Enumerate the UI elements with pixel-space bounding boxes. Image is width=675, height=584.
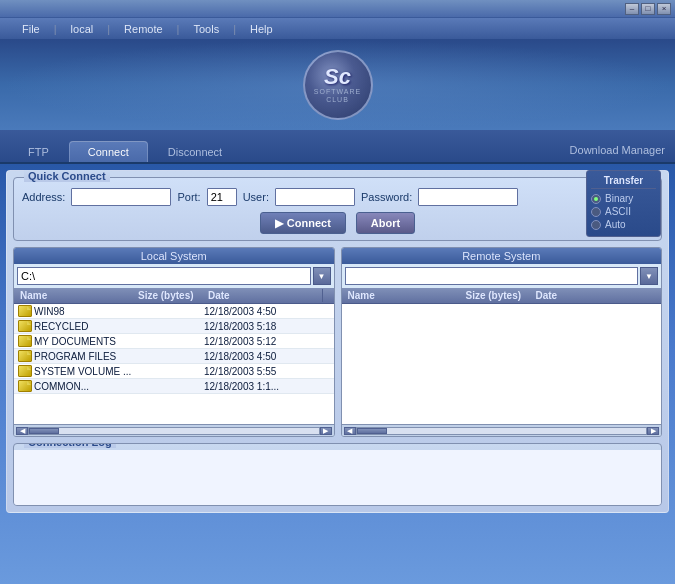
- minimize-button[interactable]: –: [625, 3, 639, 15]
- remote-col-size: Size (bytes): [462, 289, 532, 302]
- remote-scroll-track[interactable]: [356, 427, 648, 435]
- user-label: User:: [243, 191, 269, 203]
- abort-button[interactable]: Abort: [356, 212, 415, 234]
- connect-button[interactable]: ▶ Connect: [260, 212, 346, 234]
- local-scroll-thumb[interactable]: [29, 428, 59, 434]
- address-label: Address:: [22, 191, 65, 203]
- connect-btn-row: ▶ Connect Abort: [22, 212, 653, 234]
- menubar: File | local | Remote | Tools | Help: [0, 18, 675, 40]
- menu-tools[interactable]: Tools: [181, 21, 231, 37]
- folder-icon: [18, 350, 32, 362]
- local-scroll-right[interactable]: ▶: [320, 427, 332, 435]
- menu-sep-1: |: [54, 23, 57, 35]
- file-date: 12/18/2003 5:18: [204, 321, 334, 332]
- file-date: 12/18/2003 1:1...: [204, 381, 334, 392]
- connection-log-section: Connection Log: [13, 443, 662, 506]
- tab-connect[interactable]: Connect: [69, 141, 148, 162]
- transfer-ascii-label: ASCII: [605, 206, 631, 217]
- password-input[interactable]: [418, 188, 518, 206]
- remote-path-bar: ▼: [345, 267, 659, 285]
- transfer-ascii-option[interactable]: ASCII: [591, 206, 656, 217]
- remote-col-name: Name: [342, 289, 462, 302]
- menu-sep-4: |: [233, 23, 236, 35]
- file-name: COMMON...: [34, 381, 134, 392]
- user-input[interactable]: [275, 188, 355, 206]
- transfer-binary-option[interactable]: Binary: [591, 193, 656, 204]
- remote-file-panel: Remote System ▼ Name Size (bytes) Date ◀…: [341, 247, 663, 437]
- tab-disconnect[interactable]: Disconnect: [150, 142, 240, 162]
- table-row[interactable]: MY DOCUMENTS 12/18/2003 5:12: [14, 334, 334, 349]
- local-col-date: Date: [204, 289, 322, 302]
- local-scroll-left[interactable]: ◀: [16, 427, 28, 435]
- local-file-list[interactable]: WIN98 12/18/2003 4:50 RECYCLED 12/18/200…: [14, 304, 334, 424]
- file-date: 12/18/2003 4:50: [204, 351, 334, 362]
- port-label: Port:: [177, 191, 200, 203]
- remote-scroll-right[interactable]: ▶: [647, 427, 659, 435]
- folder-icon: [18, 305, 32, 317]
- logo-sc-text: Sc: [324, 66, 351, 88]
- file-date: 12/18/2003 4:50: [204, 306, 334, 317]
- local-path-dropdown[interactable]: ▼: [313, 267, 331, 285]
- table-row[interactable]: SYSTEM VOLUME ... 12/18/2003 5:55: [14, 364, 334, 379]
- connect-icon: ▶: [275, 217, 283, 230]
- table-row[interactable]: RECYCLED 12/18/2003 5:18: [14, 319, 334, 334]
- folder-icon: [18, 365, 32, 377]
- main-content: Quick Connect Address: Port: User: Passw…: [6, 170, 669, 513]
- table-row[interactable]: PROGRAM FILES 12/18/2003 4:50: [14, 349, 334, 364]
- file-name: PROGRAM FILES: [34, 351, 134, 362]
- menu-help[interactable]: Help: [238, 21, 285, 37]
- transfer-auto-option[interactable]: Auto: [591, 219, 656, 230]
- menu-sep-3: |: [177, 23, 180, 35]
- file-date: 12/18/2003 5:12: [204, 336, 334, 347]
- file-name: RECYCLED: [34, 321, 134, 332]
- port-input[interactable]: [207, 188, 237, 206]
- menu-file[interactable]: File: [10, 21, 52, 37]
- remote-col-date: Date: [532, 289, 662, 302]
- maximize-button[interactable]: □: [641, 3, 655, 15]
- local-col-size: Size (bytes): [134, 289, 204, 302]
- logo-subtext: SOFTWARE CLUB: [314, 88, 361, 105]
- quick-connect-label: Quick Connect: [24, 170, 110, 182]
- remote-scrollbar-x[interactable]: ◀ ▶: [342, 424, 662, 436]
- transfer-ascii-radio[interactable]: [591, 207, 601, 217]
- file-name: WIN98: [34, 306, 134, 317]
- file-name: SYSTEM VOLUME ...: [34, 366, 134, 377]
- remote-panel-title: Remote System: [342, 248, 662, 264]
- remote-path-dropdown[interactable]: ▼: [640, 267, 658, 285]
- local-file-panel: Local System ▼ Name Size (bytes) Date WI…: [13, 247, 335, 437]
- transfer-binary-radio[interactable]: [591, 194, 601, 204]
- toolbar-tabs: FTP Connect Disconnect Download Manager: [0, 130, 675, 164]
- download-manager-link[interactable]: Download Manager: [570, 144, 665, 162]
- file-name: MY DOCUMENTS: [34, 336, 134, 347]
- titlebar: – □ ×: [0, 0, 675, 18]
- close-button[interactable]: ×: [657, 3, 671, 15]
- address-input[interactable]: [71, 188, 171, 206]
- remote-scroll-thumb[interactable]: [357, 428, 387, 434]
- remote-table-header: Name Size (bytes) Date: [342, 288, 662, 304]
- menu-sep-2: |: [107, 23, 110, 35]
- local-path-input[interactable]: [17, 267, 311, 285]
- table-row[interactable]: COMMON... 12/18/2003 1:1...: [14, 379, 334, 394]
- local-col-name: Name: [14, 289, 134, 302]
- connection-log-label: Connection Log: [24, 443, 116, 448]
- transfer-auto-radio[interactable]: [591, 220, 601, 230]
- transfer-title: Transfer: [591, 175, 656, 189]
- table-row[interactable]: WIN98 12/18/2003 4:50: [14, 304, 334, 319]
- remote-scroll-left[interactable]: ◀: [344, 427, 356, 435]
- local-header-scroll: [322, 289, 334, 302]
- tab-ftp[interactable]: FTP: [10, 142, 67, 162]
- menu-remote[interactable]: Remote: [112, 21, 175, 37]
- folder-icon: [18, 380, 32, 392]
- menu-local[interactable]: local: [59, 21, 106, 37]
- local-panel-title: Local System: [14, 248, 334, 264]
- local-scroll-track[interactable]: [28, 427, 320, 435]
- remote-file-list[interactable]: [342, 304, 662, 424]
- folder-icon: [18, 320, 32, 332]
- folder-icon: [18, 335, 32, 347]
- transfer-panel: Transfer Binary ASCII Auto: [586, 170, 661, 237]
- transfer-auto-label: Auto: [605, 219, 626, 230]
- remote-path-input[interactable]: [345, 267, 639, 285]
- logo: Sc SOFTWARE CLUB: [303, 50, 373, 120]
- header-area: Sc SOFTWARE CLUB: [0, 40, 675, 130]
- local-scrollbar-x[interactable]: ◀ ▶: [14, 424, 334, 436]
